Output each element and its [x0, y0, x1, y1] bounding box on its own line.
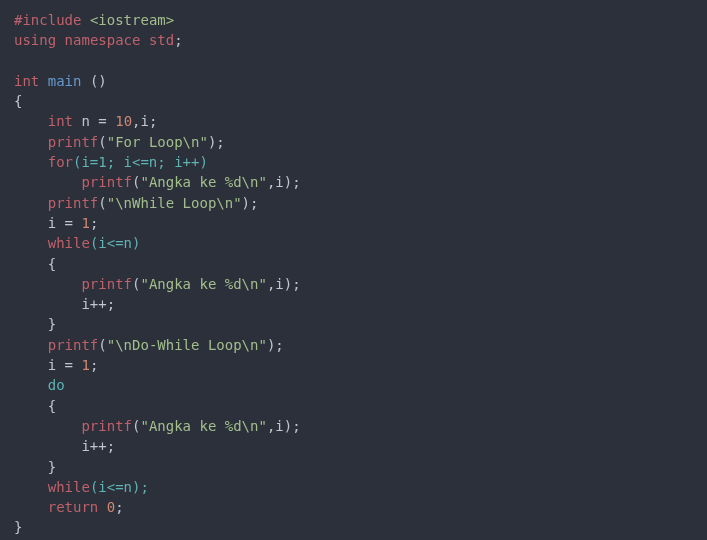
equals: =: [65, 357, 73, 373]
rparen-semi: );: [208, 134, 225, 150]
keyword-return: return: [48, 499, 99, 515]
comma-i-paren: ,i);: [267, 276, 301, 292]
string-whileloop: "\nWhile Loop\n": [107, 195, 242, 211]
keyword-for: for: [48, 154, 73, 170]
func-printf: printf: [81, 418, 132, 434]
keyword-do: do: [48, 377, 65, 393]
string-forloop: "For Loop\n": [107, 134, 208, 150]
func-printf: printf: [48, 337, 99, 353]
semicolon: ;: [115, 499, 123, 515]
code-block: #include <iostream> using namespace std;…: [0, 0, 707, 540]
brace-close: }: [48, 316, 56, 332]
brace-open: {: [48, 256, 56, 272]
keyword-int: int: [48, 113, 73, 129]
lparen: (: [98, 195, 106, 211]
header-iostream: <iostream>: [90, 12, 174, 28]
equals: =: [98, 113, 106, 129]
lparen: (: [98, 337, 106, 353]
ident-std: std: [149, 32, 174, 48]
brace-open: {: [48, 398, 56, 414]
comma-i-paren: ,i);: [267, 418, 301, 434]
ident-n: n: [81, 113, 89, 129]
keyword-int: int: [14, 73, 39, 89]
keyword-using: using: [14, 32, 56, 48]
string-angka: "Angka ke %d\n": [140, 174, 266, 190]
number-1: 1: [81, 215, 89, 231]
parens: (): [90, 73, 107, 89]
for-args: (i=1; i<=n; i++): [73, 154, 208, 170]
rparen-semi: );: [267, 337, 284, 353]
string-angka: "Angka ke %d\n": [140, 418, 266, 434]
keyword-namespace: namespace: [65, 32, 141, 48]
rparen-semi: );: [242, 195, 259, 211]
func-printf: printf: [81, 174, 132, 190]
semicolon: ;: [174, 32, 182, 48]
brace-close: }: [48, 459, 56, 475]
semicolon: ;: [90, 215, 98, 231]
number-0: 0: [107, 499, 115, 515]
keyword-while: while: [48, 479, 90, 495]
comma-i-paren: ,i);: [267, 174, 301, 190]
brace-open: {: [14, 93, 22, 109]
ident-i: i: [48, 215, 56, 231]
semicolon: ;: [90, 357, 98, 373]
while-cond: (i<=n): [90, 235, 141, 251]
i-increment: i++;: [81, 438, 115, 454]
func-printf: printf: [48, 134, 99, 150]
comma-i: ,i;: [132, 113, 157, 129]
number-1: 1: [81, 357, 89, 373]
i-increment: i++;: [81, 296, 115, 312]
number-10: 10: [115, 113, 132, 129]
keyword-include: #include: [14, 12, 81, 28]
keyword-while: while: [48, 235, 90, 251]
func-printf: printf: [48, 195, 99, 211]
string-dowhile: "\nDo-While Loop\n": [107, 337, 267, 353]
ident-i: i: [48, 357, 56, 373]
while-cond-semi: (i<=n);: [90, 479, 149, 495]
func-main: main: [48, 73, 82, 89]
brace-close: }: [14, 519, 22, 535]
lparen: (: [98, 134, 106, 150]
string-angka: "Angka ke %d\n": [140, 276, 266, 292]
func-printf: printf: [81, 276, 132, 292]
equals: =: [65, 215, 73, 231]
